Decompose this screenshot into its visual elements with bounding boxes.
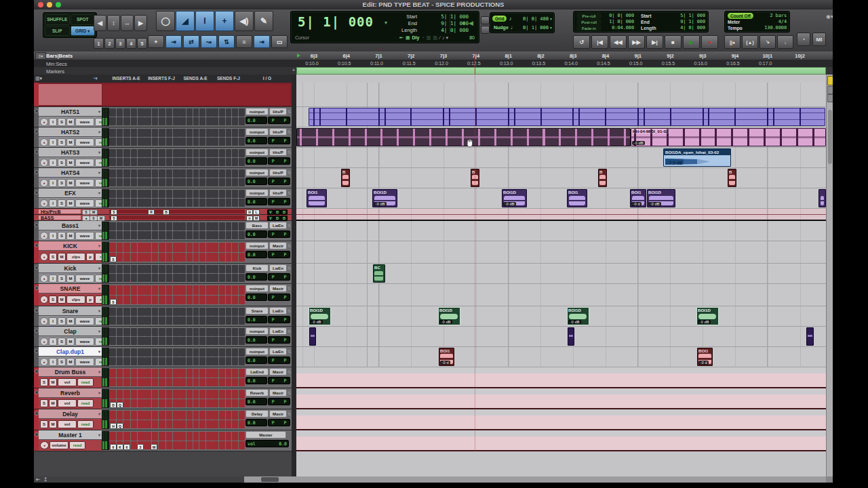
scroll-option-icon[interactable] <box>827 86 833 94</box>
insert-slot-group[interactable] <box>144 285 180 304</box>
pan-display[interactable]: P P <box>268 198 290 205</box>
volume-display[interactable]: 0.0 <box>245 336 267 344</box>
track-name[interactable]: EFX▾ <box>39 188 102 198</box>
output-selector[interactable]: Hts/P <box>269 128 287 136</box>
track-view-selector[interactable]: wave <box>75 338 94 346</box>
track-name[interactable]: HATS4▾ <box>39 168 102 178</box>
clip-gain-badge[interactable]: 0 dB <box>698 320 711 324</box>
clip-boi1d[interactable]: BOI1D0 dB <box>372 189 397 207</box>
grid-value[interactable]: 0| 0| 480 <box>523 16 549 22</box>
track-view-selector[interactable]: wave <box>75 358 94 366</box>
monitor-speaker-icon[interactable]: ◀ <box>469 20 473 26</box>
input-selector[interactable]: Kick <box>245 264 269 272</box>
insert-slot-group[interactable] <box>180 265 212 282</box>
lane-bass1[interactable] <box>296 221 826 241</box>
lane-kick[interactable]: BC <box>296 264 826 284</box>
output-selector[interactable]: Master <box>245 431 286 439</box>
insert-slot-Q[interactable]: Q <box>117 402 123 408</box>
io-chip-M[interactable]: M <box>253 216 260 221</box>
solo-button[interactable]: S <box>58 232 66 240</box>
volume-display[interactable]: 0.0 <box>245 357 267 364</box>
track-row-hats3[interactable]: HATS3▾●ISMwavereadnoinputHts/P⇅0.0P P <box>34 148 292 168</box>
mute-button[interactable]: M <box>66 274 75 283</box>
output-selector[interactable]: LwEn <box>269 264 287 272</box>
insert-slot-group[interactable] <box>144 411 180 428</box>
clip-gain-badge[interactable]: 0 d <box>698 361 709 365</box>
insert-slot-group[interactable] <box>180 390 212 407</box>
markers-label[interactable]: Markers <box>46 68 64 75</box>
insert-slot-K[interactable]: K <box>117 444 123 450</box>
pan-display[interactable]: P P <box>268 178 290 185</box>
insert-slot-group[interactable] <box>109 222 144 239</box>
io-chip-H[interactable]: H <box>246 209 253 215</box>
minimize-icon[interactable] <box>47 2 52 7</box>
track-view-selector[interactable]: wave <box>75 159 94 167</box>
insert-slot-group[interactable] <box>144 149 180 166</box>
track-view-selector[interactable]: wave <box>75 179 94 187</box>
track-options-icon[interactable]: ▾ <box>98 109 100 114</box>
output-selector[interactable]: LwEn <box>269 222 287 229</box>
solo-button[interactable]: S <box>58 179 66 187</box>
input-selector[interactable]: LwEnd <box>245 368 269 375</box>
track-view-selector[interactable]: wave <box>75 317 94 325</box>
insert-slot-group[interactable] <box>180 411 212 428</box>
track-options-icon[interactable]: ▾ <box>98 369 100 374</box>
volume-display[interactable]: 0.0 <box>245 377 267 384</box>
clip[interactable] <box>818 189 826 207</box>
track-options-icon[interactable]: ▾ <box>98 329 100 333</box>
output-window-icon[interactable]: ⇅ <box>288 170 291 175</box>
insert-slot-group[interactable] <box>180 328 212 345</box>
record-arm-icon[interactable]: ● <box>40 199 48 207</box>
io-chip-L[interactable]: L <box>253 209 260 215</box>
lane-kick[interactable] <box>296 241 826 264</box>
track-name[interactable]: Reverb▾ <box>39 388 102 398</box>
transport-rtz-button[interactable]: |◀ <box>591 35 608 49</box>
mode-button-slip[interactable]: SLIP <box>45 26 70 37</box>
lane-bass[interactable] <box>296 215 826 221</box>
insert-slot-group[interactable] <box>180 129 212 146</box>
track-view-selector[interactable]: volume <box>50 441 68 449</box>
pre-roll-value[interactable]: 0| 0| 000 <box>601 13 634 19</box>
insert-slot-group[interactable] <box>180 432 212 449</box>
insert-slot-group[interactable] <box>180 369 212 386</box>
input-monitor-button[interactable]: I <box>49 338 57 346</box>
record-arm-icon[interactable]: ● <box>40 138 48 146</box>
input-monitor-button[interactable]: I <box>49 118 57 126</box>
output-selector[interactable]: Hts/P <box>269 108 287 115</box>
track-options-icon[interactable]: ▾ <box>98 243 100 248</box>
zoom-preset-1[interactable]: 1 <box>94 38 104 49</box>
track-name[interactable]: Clap▾ <box>39 327 102 336</box>
output-window-icon[interactable]: ⇅ <box>288 411 291 416</box>
zoom-arrow-icon[interactable]: ▶ <box>134 15 147 31</box>
track-view-selector[interactable]: wave <box>75 232 94 240</box>
selection-length-value[interactable]: 4| 0| 000 <box>417 27 469 34</box>
insertion-follows-icon[interactable]: ⇤ <box>399 34 403 41</box>
marker-tool-icon[interactable] <box>827 76 833 85</box>
zoom-preset-4[interactable]: 4 <box>126 38 136 49</box>
insert-slot-group[interactable] <box>212 432 245 449</box>
insert-slot-R[interactable]: R <box>148 209 155 215</box>
insert-slot-group[interactable] <box>180 108 212 125</box>
solo-button[interactable]: S <box>40 378 48 386</box>
out-chip-V[interactable]: V <box>267 216 274 221</box>
horizontal-scrollbar[interactable] <box>244 476 826 483</box>
track-row-hats1[interactable]: HATS1▾●ISMwavereadnoinputHts/P⇅0.0P P <box>34 107 292 127</box>
clip-boi1d[interactable]: BOI1D0 dB <box>696 307 719 325</box>
out-chip-D[interactable]: D <box>274 209 281 215</box>
input-selector[interactable]: noinput <box>245 128 269 136</box>
transport-forward-button[interactable]: ▶▶ <box>628 35 645 49</box>
track-row-drum-buss[interactable]: Drum Buss▾SMvolreadLwEndMastr⇅0.0P P <box>34 367 292 388</box>
output-selector[interactable]: LwEn <box>269 307 287 314</box>
track-name[interactable]: Drum Buss▾ <box>39 367 102 377</box>
mute-button[interactable]: M <box>90 209 98 215</box>
input-selector[interactable]: Snare <box>245 307 269 314</box>
meter-value[interactable]: 4/4 <box>778 19 787 25</box>
mode-button-grid[interactable]: GRID <box>71 26 96 37</box>
volume-display[interactable]: 0.0 <box>245 316 267 323</box>
insert-slot-group[interactable] <box>144 390 180 407</box>
selection-start-marker[interactable] <box>297 54 300 58</box>
insert-slot-group[interactable] <box>212 265 245 282</box>
clip-boi1d[interactable]: BOI1D0 dB <box>647 189 675 207</box>
input-selector[interactable]: Delay <box>245 410 269 418</box>
scrub-tool[interactable]: ◀) <box>235 11 254 31</box>
